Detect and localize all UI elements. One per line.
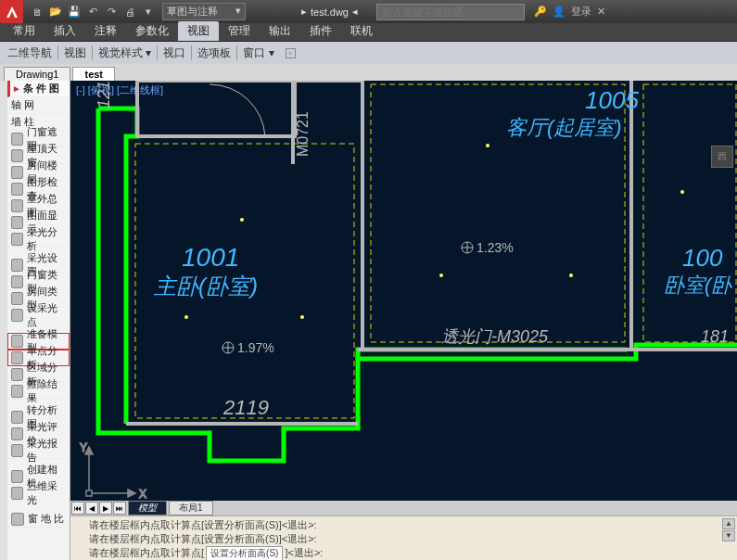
command-line-area[interactable]: 请在楼层框内点取计算点[设置分析面高(S)]<退出>: 请在楼层框内点取计算点[… <box>70 515 737 560</box>
cmd-prompt: 请在楼层框内点取计算点[设置分析面高(S)]<退出>: <box>89 546 718 560</box>
qat-redo-icon[interactable]: ↷ <box>103 4 120 20</box>
cmd-scroll-down-icon[interactable]: ▼ <box>722 530 735 541</box>
ribbon-tab-annotate[interactable]: 注释 <box>85 21 126 41</box>
vertical-palette-tabs <box>0 81 7 560</box>
check-icon <box>11 183 23 196</box>
pal-erase-result[interactable]: 擦除结果 <box>7 383 70 400</box>
qat-new-icon[interactable]: 🗎 <box>29 4 45 20</box>
ribbon-tab-manage[interactable]: 管理 <box>219 21 260 41</box>
ribbon-tab-param[interactable]: 参数化 <box>126 21 178 41</box>
search-input[interactable] <box>376 4 525 20</box>
workspace-selector[interactable]: 草图与注释 <box>162 3 246 20</box>
convert-icon <box>11 411 23 424</box>
layout-nav-first[interactable]: ⏮ <box>71 502 84 515</box>
ribbon-minimize-button[interactable]: ▫ <box>286 48 296 58</box>
svg-point-10 <box>240 218 244 222</box>
room-100x-name: 卧室(卧 <box>664 274 733 297</box>
panel-view[interactable]: 视图 <box>60 45 90 61</box>
room-1001-name: 主卧(卧室) <box>154 274 258 299</box>
room-1005-name: 客厅(起居室) <box>506 116 622 139</box>
room-1005-pct: 1.23% <box>477 240 514 255</box>
layout-nav-prev[interactable]: ◀ <box>85 502 98 515</box>
room-1001-pct: 1.97% <box>237 340 274 355</box>
camera-icon <box>11 470 23 483</box>
panel-visstyle[interactable]: 视觉样式 ▾ <box>95 45 155 61</box>
user-icon: 👤 <box>553 6 565 18</box>
layout-tab-layout1[interactable]: 布局1 <box>169 501 213 515</box>
ribbon-tabs: 常用 插入 注释 参数化 视图 管理 输出 插件 联机 <box>0 23 737 42</box>
svg-point-12 <box>300 315 304 319</box>
pal-window-ratio[interactable]: 窗 地 比 <box>7 511 70 528</box>
model-icon <box>11 335 23 348</box>
panel-window[interactable]: 窗口 ▾ <box>239 45 277 61</box>
room-1005-pct-marker <box>462 242 473 253</box>
svg-text:Y: Y <box>80 441 87 454</box>
ribbon-tab-online[interactable]: 联机 <box>341 21 382 41</box>
qat-save-icon[interactable]: 💾 <box>66 4 83 20</box>
tool-palette: ▸条 件 图 轴 网 墙 柱 门窗遮阳 屋顶天窗 房间楼层 图形检查 室外总图 … <box>7 81 70 560</box>
pal-axis[interactable]: 轴 网 <box>7 97 70 114</box>
cmd-scroll-up-icon[interactable]: ▲ <box>722 518 735 529</box>
eval-icon <box>11 427 23 440</box>
workspace-selected-label: 草图与注释 <box>167 6 218 17</box>
exchange-icon[interactable]: ✕ <box>597 6 605 18</box>
panel-viewport[interactable]: 视口 <box>159 45 189 61</box>
pal-daylight[interactable]: 采光分析 <box>7 231 70 248</box>
app-logo[interactable] <box>0 0 23 23</box>
quick-access-toolbar: 🗎 📂 💾 ↶ ↷ 🖨 ▾ <box>29 4 157 20</box>
pal-set-point[interactable]: 设采光点 <box>7 307 70 324</box>
door-arc <box>210 84 265 136</box>
qat-undo-icon[interactable]: ↶ <box>84 4 101 20</box>
qat-print-icon[interactable]: 🖨 <box>121 4 138 20</box>
viewcube[interactable]: 西 <box>711 146 733 168</box>
dim-1219: 1219 <box>95 81 113 108</box>
cube-icon <box>11 487 23 500</box>
qat-more-icon[interactable]: ▾ <box>140 4 157 20</box>
erase-icon <box>11 385 23 398</box>
dim-2119: 2119 <box>222 396 269 419</box>
ucs-icon: Y X <box>80 441 146 501</box>
display-icon <box>11 216 23 229</box>
ratio-icon <box>11 513 24 526</box>
svg-rect-27 <box>86 490 92 496</box>
cmd-option-button[interactable]: 设置分析面高(S) <box>206 546 283 560</box>
roof-icon <box>11 149 23 162</box>
title-bar: 🗎 📂 💾 ↶ ↷ 🖨 ▾ 草图与注释 ▸test.dwg◂ 🔑 👤 登录 ✕ <box>0 0 737 23</box>
palette-header[interactable]: ▸条 件 图 <box>7 81 70 97</box>
infocenter-icon[interactable]: 🔑 <box>534 6 547 18</box>
doc-tab-drawing1[interactable]: Drawing1 <box>4 67 70 81</box>
sun-icon <box>11 233 23 246</box>
layout-nav-next[interactable]: ▶ <box>99 502 112 515</box>
cmd-history-2: 请在楼层框内点取计算点[设置分析面高(S)]<退出>: <box>89 532 718 546</box>
ribbon-tab-view[interactable]: 视图 <box>178 21 219 41</box>
cmd-history-1: 请在楼层框内点取计算点[设置分析面高(S)]<退出>: <box>89 518 718 532</box>
room-1005-id: 1005 <box>585 86 639 114</box>
ribbon-panel-titles: 二维导航 视图 视觉样式 ▾ 视口 选项板 窗口 ▾ ▫ <box>0 42 737 64</box>
cmd-scrollbar[interactable]: ▲ ▼ <box>722 518 735 541</box>
panel-2dnav[interactable]: 二维导航 <box>4 45 56 61</box>
pal-light-report[interactable]: 采光报告 <box>7 442 70 459</box>
site-icon <box>11 199 23 212</box>
ribbon-tab-insert[interactable]: 插入 <box>44 21 85 41</box>
layout-tab-model[interactable]: 模型 <box>128 501 167 515</box>
door2-icon <box>11 275 23 288</box>
room-icon <box>11 166 23 179</box>
area-icon <box>11 368 23 381</box>
qat-open-icon[interactable]: 📂 <box>47 4 64 20</box>
door-icon <box>11 133 23 146</box>
user-area[interactable]: 🔑 👤 登录 ✕ <box>534 5 605 19</box>
drawing-canvas[interactable]: [-] [俯视] [二维线框] <box>70 81 737 560</box>
login-label[interactable]: 登录 <box>571 5 591 19</box>
title-filename: ▸test.dwg◂ <box>301 6 358 18</box>
ribbon-tab-plugins[interactable]: 插件 <box>300 21 341 41</box>
ribbon-tab-output[interactable]: 输出 <box>260 21 300 41</box>
svg-point-11 <box>184 315 188 319</box>
light-points <box>184 144 684 319</box>
room-1001-id: 1001 <box>182 243 239 272</box>
layout-nav-last[interactable]: ⏭ <box>113 502 126 515</box>
floorplan-svg: [-] [俯视] [二维线框] <box>70 81 737 516</box>
ribbon-tab-home[interactable]: 常用 <box>4 21 44 41</box>
panel-palettes[interactable]: 选项板 <box>194 45 235 61</box>
doc-tab-test[interactable]: test <box>72 67 115 81</box>
pal-3d-light[interactable]: 三维采光 <box>7 485 70 502</box>
